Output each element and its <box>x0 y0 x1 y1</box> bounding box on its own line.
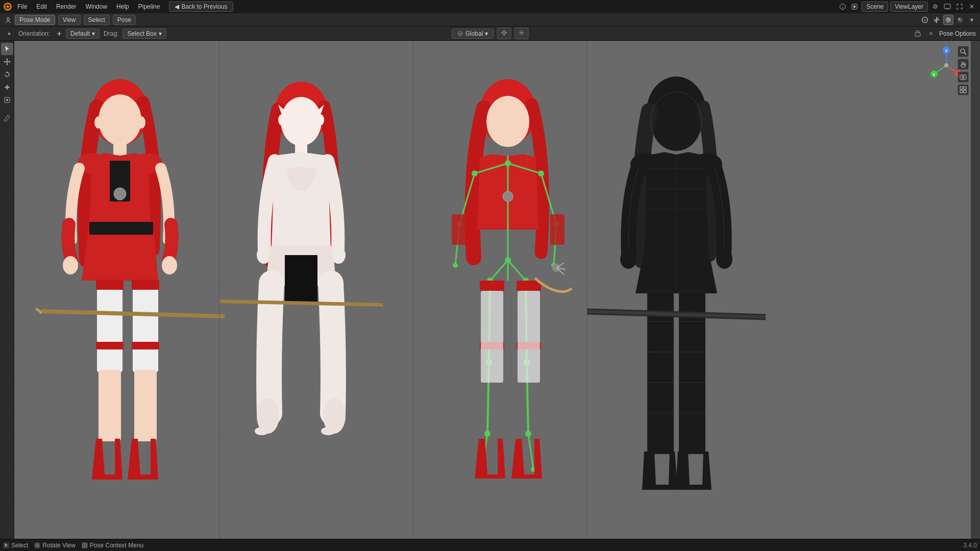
scale-tool[interactable] <box>1 81 13 93</box>
svg-line-102 <box>508 260 526 281</box>
menu-help[interactable]: Help <box>112 2 133 11</box>
svg-rect-123 <box>518 291 540 383</box>
select-button[interactable]: Select <box>84 15 110 25</box>
magnify-tool[interactable] <box>958 46 969 57</box>
status-bar: Select Rotate View Pose Context Menu 3.4… <box>0 539 980 551</box>
svg-point-103 <box>505 257 511 263</box>
overlay-icon[interactable] <box>920 15 930 25</box>
settings-icon[interactable]: ⚙ <box>930 2 940 12</box>
viewport-shade-solid[interactable] <box>943 15 953 25</box>
svg-point-2 <box>7 6 9 8</box>
drag-dropdown-arrow: ▾ <box>159 30 162 37</box>
back-arrow-icon: ◀ <box>175 3 179 10</box>
svg-point-14 <box>7 17 10 20</box>
svg-point-51 <box>94 116 103 129</box>
svg-rect-63 <box>132 280 159 290</box>
drag-dropdown[interactable]: Select Box ▾ <box>122 29 166 39</box>
context-mouse-icon <box>82 542 88 548</box>
svg-point-75 <box>317 114 324 126</box>
transform-tool[interactable] <box>1 94 13 106</box>
svg-point-21 <box>958 18 960 20</box>
svg-rect-118 <box>480 281 504 291</box>
menu-file[interactable]: File <box>13 2 31 11</box>
menu-window[interactable]: Window <box>81 2 111 11</box>
svg-point-10 <box>853 6 856 8</box>
menu-pipeline[interactable]: Pipeline <box>134 2 164 11</box>
character-3-armature <box>413 66 607 536</box>
screen-icon[interactable] <box>942 2 952 12</box>
pose-button[interactable]: Pose <box>113 15 136 25</box>
global-orientation-button[interactable]: Global ▾ <box>452 29 494 39</box>
annotate-tool[interactable] <box>1 111 13 123</box>
move-tool[interactable] <box>1 56 13 68</box>
svg-point-71 <box>281 97 322 146</box>
svg-rect-66 <box>99 370 121 441</box>
snap-icon[interactable] <box>497 28 511 39</box>
mode-toolbar: Pose Mode View Select Pose <box>0 13 980 27</box>
cursor-tool[interactable] <box>1 43 13 55</box>
pose-mode-button[interactable]: Pose Mode <box>15 15 55 25</box>
header-tool-1[interactable] <box>913 29 923 39</box>
scene-button[interactable]: Scene <box>862 2 888 12</box>
header-bar: ■ Orientation: Default ▾ Drag: Select Bo… <box>0 27 980 41</box>
svg-rect-60 <box>97 281 122 372</box>
top-right-controls: i Scene ViewLayer ⚙ ✕ <box>838 2 977 12</box>
svg-rect-125 <box>452 214 466 245</box>
menu-render[interactable]: Render <box>52 2 80 11</box>
svg-line-101 <box>490 260 508 281</box>
svg-point-137 <box>620 249 636 269</box>
info-icon[interactable]: i <box>838 2 848 12</box>
back-to-previous-button[interactable]: ◀ Back to Previous <box>169 2 233 12</box>
svg-point-82 <box>255 427 269 435</box>
status-rotate: Rotate View <box>34 542 75 549</box>
close-window-icon[interactable]: ✕ <box>967 2 977 12</box>
svg-point-86 <box>486 96 529 147</box>
view-button[interactable]: View <box>58 15 81 25</box>
svg-rect-126 <box>550 214 565 245</box>
svg-rect-122 <box>481 291 503 383</box>
svg-rect-6 <box>9 7 11 7</box>
svg-rect-67 <box>134 370 157 441</box>
top-menu-bar: File Edit Render Window Help Pipeline ◀ … <box>0 0 980 13</box>
rotate-tool[interactable] <box>1 68 13 81</box>
svg-rect-182 <box>83 543 87 547</box>
proportional-edit-icon[interactable] <box>514 28 528 39</box>
left-toolbar <box>0 41 14 539</box>
orientation-icon <box>54 29 64 39</box>
svg-text:Y: Y <box>933 72 936 77</box>
gizmo-icon[interactable] <box>932 15 942 25</box>
select-mouse-icon <box>3 542 9 548</box>
svg-point-170 <box>961 49 965 53</box>
center-header-controls: Global ▾ <box>452 28 529 39</box>
character-1-rendered <box>31 66 225 536</box>
characters-area <box>0 41 971 539</box>
rotate-mouse-icon <box>34 542 40 548</box>
pose-options-label[interactable]: Pose Options <box>939 30 976 37</box>
grid-tool[interactable] <box>958 84 969 95</box>
viewport-shade-rendered[interactable] <box>955 15 965 25</box>
camera-tool[interactable] <box>958 71 969 83</box>
version-number: 3.4.0 <box>963 542 977 549</box>
svg-point-58 <box>162 256 177 274</box>
header-tool-2[interactable]: × <box>926 29 936 39</box>
render-icon[interactable] <box>849 2 860 12</box>
hand-tool[interactable] <box>958 59 969 70</box>
header-icon-row: i <box>838 2 860 12</box>
svg-rect-175 <box>962 74 963 76</box>
svg-point-90 <box>505 160 511 166</box>
menu-edit[interactable]: Edit <box>32 2 51 11</box>
main-viewport[interactable] <box>0 41 971 539</box>
blender-logo-icon <box>3 2 12 11</box>
character-4-wireframe <box>587 66 766 536</box>
right-header-controls: × Pose Options <box>913 29 976 39</box>
svg-rect-79 <box>285 255 317 304</box>
svg-point-83 <box>321 427 335 435</box>
viewport-options[interactable]: ▾ <box>967 15 977 25</box>
svg-rect-5 <box>4 7 6 7</box>
svg-text:Z: Z <box>945 48 948 53</box>
orientation-dropdown[interactable]: Default ▾ <box>66 29 100 39</box>
svg-marker-41 <box>4 61 5 63</box>
toolbar-right-icons: ▾ <box>920 15 977 25</box>
fullscreen-icon[interactable] <box>954 2 965 12</box>
viewlayer-button[interactable]: ViewLayer <box>890 2 928 12</box>
